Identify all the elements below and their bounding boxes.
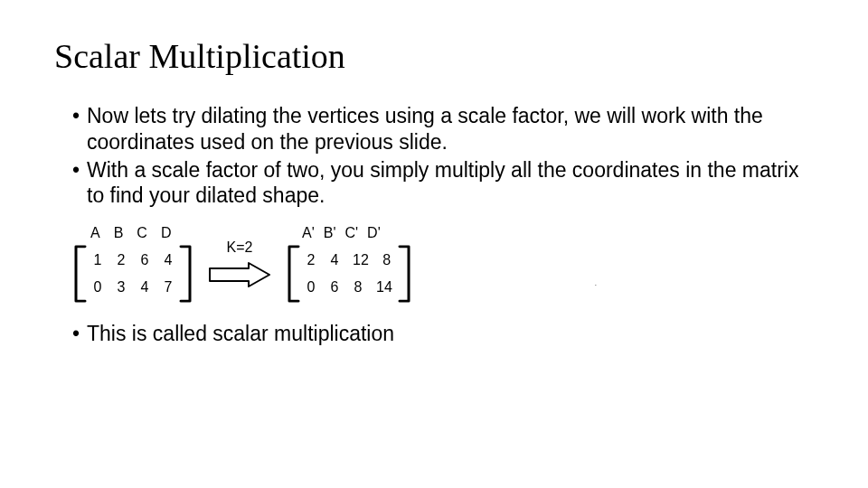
matrix-cell: 6 xyxy=(139,252,150,268)
matrix-cell: 0 xyxy=(92,279,103,296)
matrix-cell: 0 xyxy=(306,279,316,296)
matrix-cell: 1 xyxy=(92,252,103,268)
output-matrix-columns: A' B' C' D' xyxy=(302,225,412,241)
slide-title: Scalar Multiplication xyxy=(54,36,814,76)
col-label: D xyxy=(161,225,173,241)
output-matrix: A' B' C' D' 2 4 12 8 0 xyxy=(286,225,412,303)
col-label: B xyxy=(114,225,125,241)
matrix-cell: 2 xyxy=(306,252,316,268)
matrix-diagram: A B C D 1 2 6 4 0 3 xyxy=(72,225,814,303)
matrix-cell: 4 xyxy=(329,252,340,268)
input-matrix-rows: 1 2 6 4 0 3 4 7 xyxy=(92,252,174,296)
col-label: D' xyxy=(367,225,381,241)
bracket-left-icon xyxy=(72,245,87,303)
bullet-item: With a scale factor of two, you simply m… xyxy=(72,157,814,210)
bullet-item: This is called scalar multiplication xyxy=(72,321,814,347)
input-matrix-columns: A B C D xyxy=(90,225,193,241)
col-label: C xyxy=(137,225,148,241)
bracket-right-icon xyxy=(179,245,193,303)
col-label: A' xyxy=(302,225,315,241)
matrix-cell: 6 xyxy=(329,279,340,296)
matrix-cell: 4 xyxy=(163,252,174,268)
matrix-cell: 14 xyxy=(376,279,392,296)
col-label: B' xyxy=(324,225,336,241)
bracket-right-icon xyxy=(398,245,412,303)
bracket-left-icon xyxy=(286,245,300,303)
matrix-row: 2 4 12 8 xyxy=(306,252,392,268)
matrix-cell: 8 xyxy=(353,279,363,296)
output-matrix-rows: 2 4 12 8 0 6 8 14 xyxy=(306,252,392,296)
bullet-item: Now lets try dilating the vertices using… xyxy=(72,103,814,155)
matrix-cell: 12 xyxy=(353,252,369,268)
bullet-list: Now lets try dilating the vertices using… xyxy=(54,103,814,209)
scalar-arrow: K=2 xyxy=(208,239,271,288)
input-matrix-body: 1 2 6 4 0 3 4 7 xyxy=(72,245,193,303)
arrow-right-icon xyxy=(208,261,271,288)
stray-mark: . xyxy=(595,279,597,287)
input-matrix: A B C D 1 2 6 4 0 3 xyxy=(72,225,193,303)
matrix-cell: 7 xyxy=(163,279,174,296)
col-label: C' xyxy=(344,225,358,241)
matrix-row: 1 2 6 4 xyxy=(92,252,174,268)
matrix-cell: 4 xyxy=(139,279,150,296)
matrix-row: 0 6 8 14 xyxy=(306,279,392,296)
scalar-label: K=2 xyxy=(227,239,253,256)
col-label: A xyxy=(90,225,101,241)
matrix-cell: 2 xyxy=(116,252,127,268)
bullet-list: This is called scalar multiplication xyxy=(54,321,814,347)
matrix-cell: 8 xyxy=(382,252,392,268)
slide: Scalar Multiplication Now lets try dilat… xyxy=(0,0,868,488)
output-matrix-body: 2 4 12 8 0 6 8 14 xyxy=(286,245,412,303)
matrix-cell: 3 xyxy=(116,279,127,296)
matrix-row: 0 3 4 7 xyxy=(92,279,174,296)
